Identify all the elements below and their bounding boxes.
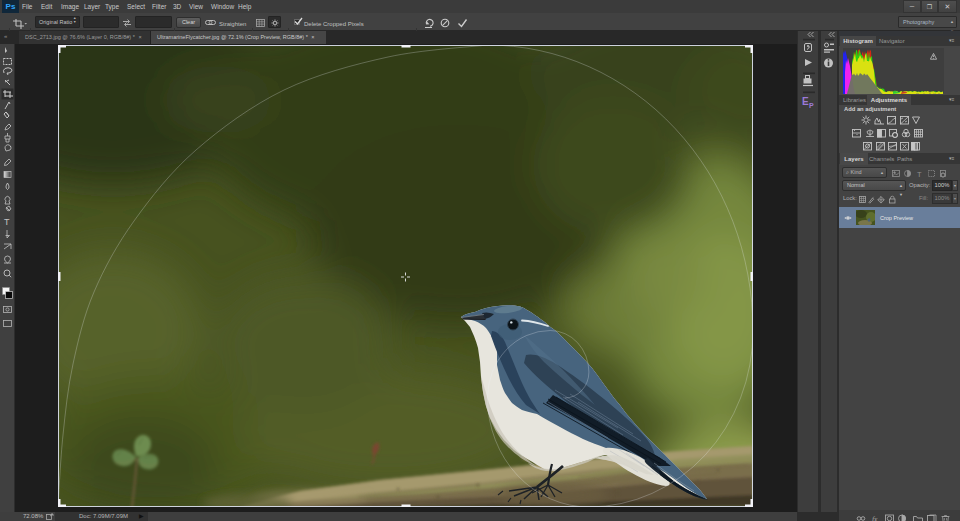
svg-text:P: P <box>809 102 814 109</box>
svg-text:T: T <box>917 170 922 179</box>
svg-text:E: E <box>802 96 809 107</box>
svg-text:fx: fx <box>872 515 878 521</box>
svg-text:T: T <box>4 217 10 227</box>
